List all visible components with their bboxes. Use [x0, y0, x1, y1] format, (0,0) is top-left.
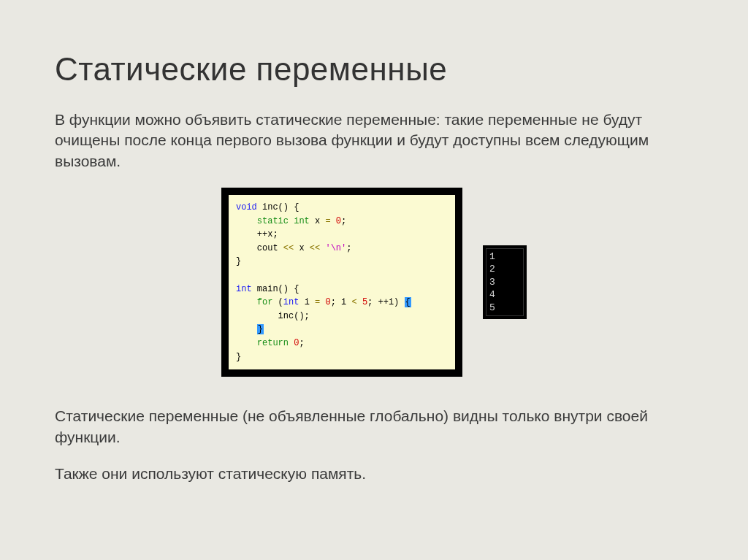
figure-row: void inc() { static int x = 0; ++x; cout…: [55, 188, 693, 377]
paragraph-2: Статические переменные (не объявленные г…: [55, 406, 693, 448]
code-block: void inc() { static int x = 0; ++x; cout…: [221, 188, 462, 377]
code-text: void inc() { static int x = 0; ++x; cout…: [229, 195, 455, 369]
output-text: 1 2 3 4 5: [486, 248, 524, 317]
paragraph-1: В функции можно объявить статические пер…: [55, 110, 693, 172]
slide: Статические переменные В функции можно о…: [0, 0, 748, 529]
paragraph-3: Также они используют статическую память.: [55, 464, 693, 484]
slide-title: Статические переменные: [55, 51, 693, 88]
output-block: 1 2 3 4 5: [483, 245, 527, 320]
